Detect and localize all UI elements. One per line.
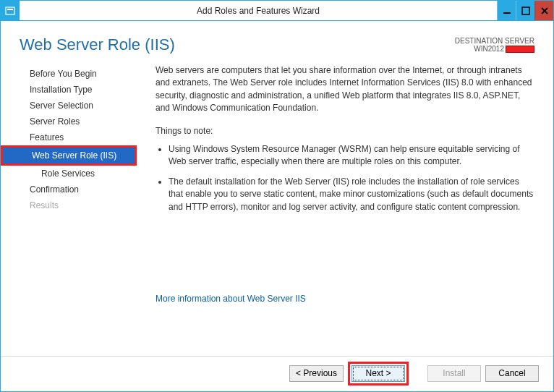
cancel-button[interactable]: Cancel — [485, 365, 539, 382]
svg-rect-0 — [6, 7, 14, 14]
destination-label: DESTINATION SERVER — [455, 37, 534, 45]
nav-features[interactable]: Features — [1, 129, 137, 145]
page-title: Web Server Role (IIS) — [20, 35, 175, 54]
close-button[interactable] — [534, 1, 553, 20]
intro-text: Web servers are computers that let you s… — [155, 64, 536, 115]
destination-info: DESTINATION SERVER WIN2012 — [455, 37, 534, 53]
nav-server-roles[interactable]: Server Roles — [1, 114, 137, 129]
svg-rect-3 — [522, 7, 529, 14]
svg-rect-1 — [7, 9, 13, 10]
install-button: Install — [427, 365, 481, 382]
minimize-button[interactable] — [497, 1, 516, 20]
svg-rect-2 — [503, 12, 511, 14]
note-item: The default installation for the Web Ser… — [169, 176, 536, 213]
content: Web servers are computers that let you s… — [137, 60, 542, 356]
nav-web-server-role-iis[interactable]: Web Server Role (IIS) — [3, 148, 135, 163]
footer: < Previous Next > Install Cancel — [1, 356, 553, 391]
wizard-window: Add Roles and Features Wizard Web Server… — [0, 0, 554, 392]
nav-before-you-begin[interactable]: Before You Begin — [1, 66, 137, 82]
button-gap — [413, 365, 423, 382]
nav-server-selection[interactable]: Server Selection — [1, 98, 137, 114]
nav-confirmation[interactable]: Confirmation — [1, 182, 137, 197]
previous-button[interactable]: < Previous — [289, 365, 344, 382]
next-button[interactable]: Next > — [351, 365, 405, 382]
app-icon — [1, 1, 20, 20]
notes-list: Using Windows System Resource Manager (W… — [155, 143, 536, 213]
highlight-annotation-next: Next > — [348, 362, 409, 385]
body: Before You Begin Installation Type Serve… — [1, 60, 553, 356]
maximize-button[interactable] — [516, 1, 534, 20]
header: Web Server Role (IIS) DESTINATION SERVER… — [1, 21, 553, 60]
redacted-hostname-part — [506, 46, 534, 53]
more-info-link[interactable]: More information about Web Server IIS — [155, 293, 536, 305]
highlight-annotation-selected-nav: Web Server Role (IIS) — [1, 145, 137, 166]
nav-installation-type[interactable]: Installation Type — [1, 82, 137, 98]
nav-results: Results — [1, 197, 137, 213]
nav: Before You Begin Installation Type Serve… — [1, 60, 137, 356]
titlebar-controls — [497, 1, 553, 20]
notes-title: Things to note: — [155, 125, 536, 137]
note-item: Using Windows System Resource Manager (W… — [169, 143, 536, 169]
window-title: Add Roles and Features Wizard — [20, 1, 497, 20]
client-area: Web Server Role (IIS) DESTINATION SERVER… — [1, 21, 553, 391]
nav-role-services[interactable]: Role Services — [1, 166, 137, 182]
titlebar: Add Roles and Features Wizard — [1, 1, 553, 21]
destination-value: WIN2012 — [455, 45, 534, 53]
